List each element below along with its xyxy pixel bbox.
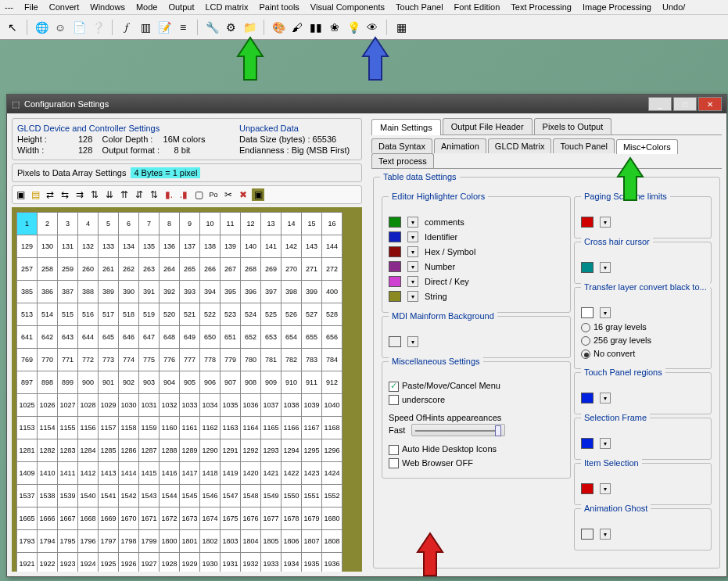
brush-icon[interactable]: 🖌	[289, 20, 305, 35]
menu-item[interactable]: Text Processing	[511, 2, 572, 12]
grid-cell[interactable]: 1030	[119, 394, 139, 417]
grid-cell[interactable]: 780	[241, 349, 261, 371]
grid-cell[interactable]: 650	[200, 326, 221, 349]
grid-cell[interactable]: 1421	[261, 462, 282, 485]
grid-cell[interactable]: 1163	[221, 417, 241, 439]
bars-a-icon[interactable]: ▮.	[163, 188, 175, 201]
grid-cell[interactable]: 1936	[322, 553, 342, 572]
grid-cell[interactable]: 264	[160, 258, 180, 281]
grid-cell[interactable]: 1924	[78, 553, 99, 572]
tab-output-header[interactable]: Output File Header	[443, 118, 533, 134]
cut-icon[interactable]: ✂	[222, 188, 235, 201]
grid-cell[interactable]: 898	[38, 371, 58, 394]
smile-icon[interactable]: ☺	[52, 20, 68, 35]
noconv-radio[interactable]	[581, 350, 590, 359]
grid-cell[interactable]: 8	[160, 213, 180, 235]
grid-cell[interactable]: 902	[119, 371, 139, 394]
pixel-grid-container[interactable]: 1234567891011121314151612913013113213313…	[12, 207, 362, 572]
hi-swatch-2[interactable]	[389, 246, 401, 257]
grid-cell[interactable]: 1680	[322, 507, 342, 530]
grid-cell[interactable]: 520	[160, 303, 180, 326]
grid-cell[interactable]: 1805	[261, 530, 282, 553]
tab-glcd-matrix[interactable]: GLCD Matrix	[488, 138, 552, 153]
grid-cell[interactable]: 137	[180, 235, 200, 258]
grid-cell[interactable]: 3	[58, 213, 78, 235]
grid-cell[interactable]: 265	[180, 258, 200, 281]
grid-cell[interactable]: 1296	[322, 439, 342, 462]
grid-cell[interactable]: 777	[180, 349, 200, 371]
grid-cell[interactable]: 1283	[58, 439, 78, 462]
grid-cell[interactable]: 1678	[282, 507, 302, 530]
touchpanel-swatch[interactable]	[581, 393, 594, 403]
hi-swatch-0[interactable]	[389, 217, 401, 228]
grid-cell[interactable]: 269	[261, 258, 282, 281]
text-icon[interactable]: 📝	[156, 20, 172, 35]
grid-cell[interactable]: 1670	[119, 507, 139, 530]
grid-cell[interactable]: 1548	[241, 485, 261, 507]
grid-cell[interactable]: 1552	[322, 485, 342, 507]
mix-icon[interactable]: ⇅	[148, 188, 160, 201]
grid-cell[interactable]: 1162	[200, 417, 221, 439]
grid-cell[interactable]: 1160	[160, 417, 180, 439]
grid-cell[interactable]: 141	[261, 235, 282, 258]
menu-item[interactable]: Output	[168, 2, 194, 12]
bars-icon[interactable]: ▮▮	[308, 20, 324, 35]
grid-cell[interactable]: 1039	[302, 394, 322, 417]
grid-cell[interactable]: 770	[38, 349, 58, 371]
grid-cell[interactable]: 526	[282, 303, 302, 326]
grid-cell[interactable]: 652	[241, 326, 261, 349]
grid-cell[interactable]: 1799	[139, 530, 160, 553]
grid-cell[interactable]: 6	[119, 213, 139, 235]
grid-cell[interactable]: 1927	[139, 553, 160, 572]
grid-cell[interactable]: 1671	[139, 507, 160, 530]
grid-cell[interactable]: 16	[322, 213, 342, 235]
menu-item[interactable]: Visual Components	[310, 2, 385, 12]
grid-cell[interactable]: 655	[302, 326, 322, 349]
hi-dropdown-4[interactable]: ▾	[407, 276, 418, 287]
grid-cell[interactable]: 645	[99, 326, 119, 349]
down-icon[interactable]: ⇊	[103, 188, 116, 201]
grid-cell[interactable]: 1926	[119, 553, 139, 572]
help-icon[interactable]: ❔	[90, 20, 106, 35]
grid-cell[interactable]: 900	[78, 371, 99, 394]
grid-cell[interactable]: 263	[139, 258, 160, 281]
grid-cell[interactable]: 1931	[221, 553, 241, 572]
grid-cell[interactable]: 1154	[38, 417, 58, 439]
tab-main-settings[interactable]: Main Settings	[371, 119, 441, 135]
grid-cell[interactable]: 260	[78, 258, 99, 281]
grid-cell[interactable]: 1035	[221, 394, 241, 417]
grid-cell[interactable]: 131	[58, 235, 78, 258]
grid-cell[interactable]: 1549	[261, 485, 282, 507]
grid-cell[interactable]: 1540	[78, 485, 99, 507]
grid-cell[interactable]: 1804	[241, 530, 261, 553]
grid-cell[interactable]: 1411	[58, 462, 78, 485]
grid-cell[interactable]: 1027	[58, 394, 78, 417]
grid-cell[interactable]: 1026	[38, 394, 58, 417]
grid-cell[interactable]: 1423	[302, 462, 322, 485]
arrows-in-icon[interactable]: ⇆	[59, 188, 71, 201]
grid-cell[interactable]: 769	[17, 349, 38, 371]
underscore-checkbox[interactable]	[389, 395, 399, 405]
grid-cell[interactable]: 1291	[221, 439, 241, 462]
grid-cell[interactable]: 1667	[58, 507, 78, 530]
grid-cell[interactable]: 518	[119, 303, 139, 326]
grid-cell[interactable]: 1794	[38, 530, 58, 553]
grid-cell[interactable]: 778	[200, 349, 221, 371]
grid-cell[interactable]: 1803	[221, 530, 241, 553]
paging-dropdown[interactable]: ▾	[600, 217, 611, 228]
hi-dropdown-3[interactable]: ▾	[407, 261, 418, 272]
grid-cell[interactable]: 773	[99, 349, 119, 371]
grid-cell[interactable]: 1028	[78, 394, 99, 417]
grid-cell[interactable]: 1284	[78, 439, 99, 462]
grid-cell[interactable]: 911	[302, 371, 322, 394]
grid-cell[interactable]: 1666	[38, 507, 58, 530]
speed-slider[interactable]	[411, 424, 505, 436]
folder-icon[interactable]: 📁	[242, 20, 257, 35]
hi-dropdown-0[interactable]: ▾	[407, 217, 418, 228]
grid-cell[interactable]: 910	[282, 371, 302, 394]
grid-cell[interactable]: 1541	[99, 485, 119, 507]
grid-cell[interactable]: 779	[221, 349, 241, 371]
grid-cell[interactable]: 399	[302, 281, 322, 303]
grid-cell[interactable]: 523	[221, 303, 241, 326]
grid-cell[interactable]: 1288	[160, 439, 180, 462]
